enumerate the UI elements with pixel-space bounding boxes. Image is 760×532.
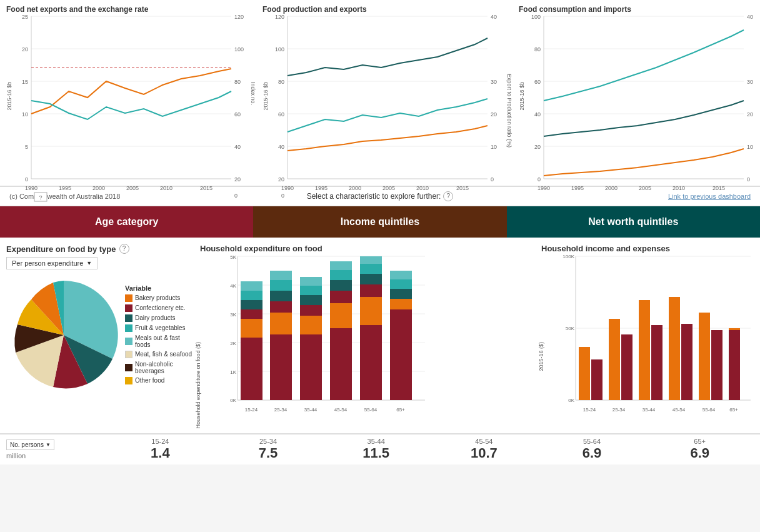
svg-text:15-24: 15-24 — [245, 407, 258, 413]
svg-text:0: 0 — [25, 176, 28, 183]
pie-chart — [6, 274, 122, 396]
svg-text:1990: 1990 — [25, 185, 38, 191]
legend-item-other: Other food — [125, 377, 194, 384]
svg-text:3K: 3K — [230, 312, 236, 318]
expenditure-dropdown[interactable]: Per person expenditure ▼ — [6, 257, 98, 269]
svg-text:80: 80 — [234, 79, 241, 85]
svg-rect-130 — [360, 264, 382, 274]
svg-text:60: 60 — [278, 111, 284, 118]
footer-val-2: 7.5 — [214, 445, 322, 461]
footer-persons-dropdown[interactable]: No. persons ▼ — [6, 439, 54, 450]
svg-rect-103 — [270, 280, 292, 291]
svg-rect-115 — [300, 356, 322, 378]
svg-rect-162 — [681, 324, 692, 400]
fruit-color — [125, 324, 132, 332]
category-buttons: Age category Income quintiles Net worth … — [0, 206, 760, 238]
svg-rect-137 — [390, 299, 412, 309]
svg-rect-164 — [699, 313, 710, 400]
svg-text:0: 0 — [491, 176, 494, 183]
svg-rect-158 — [639, 300, 650, 400]
svg-text:55-64: 55-64 — [364, 407, 378, 413]
meals-color — [125, 338, 132, 345]
expenditure-question-icon[interactable]: ? — [119, 244, 129, 254]
svg-rect-122 — [330, 261, 352, 270]
svg-text:65+: 65+ — [729, 407, 738, 413]
svg-rect-152 — [579, 347, 590, 400]
svg-text:2005: 2005 — [126, 185, 139, 191]
svg-rect-132 — [360, 325, 382, 347]
chart1-yaxis-right: Index no. — [250, 82, 256, 105]
footer-cat-label-4: 45-54 — [430, 438, 538, 445]
svg-text:2010: 2010 — [416, 185, 429, 191]
household-expenditure-panel: Household expenditure on food Household … — [200, 244, 535, 427]
svg-text:45-54: 45-54 — [334, 407, 348, 413]
net-worth-quintiles-button[interactable]: Net worth quintiles — [507, 206, 760, 238]
svg-text:20: 20 — [22, 46, 28, 53]
svg-text:100: 100 — [275, 46, 284, 53]
chart3-svg: 100 80 60 40 20 0 40 30 20 10 0 1990 — [544, 16, 744, 179]
confectionery-color — [125, 304, 132, 312]
chart1-title: Food net exports and the exchange rate — [6, 5, 256, 14]
chart1-panel: Food net exports and the exchange rate 2… — [6, 5, 256, 181]
legend-item-bakery: Bakery products — [125, 294, 194, 302]
svg-rect-101 — [270, 301, 292, 313]
bakery-color — [125, 294, 132, 302]
svg-rect-110 — [300, 305, 322, 316]
household-yaxis-label: Household expenditure on food ($) — [195, 342, 201, 429]
svg-rect-102 — [270, 291, 292, 301]
svg-text:40: 40 — [534, 111, 541, 118]
age-category-button[interactable]: Age category — [0, 206, 253, 238]
svg-text:100: 100 — [234, 46, 244, 53]
svg-text:25-34: 25-34 — [612, 407, 626, 413]
svg-text:0: 0 — [281, 193, 284, 199]
svg-rect-129 — [360, 274, 382, 284]
footer-cat-label-6: 65+ — [646, 438, 754, 445]
footer-cell-1524: 15-24 1.4 — [106, 438, 214, 461]
footer-val-3: 11.5 — [322, 445, 430, 461]
svg-text:40: 40 — [491, 14, 497, 20]
svg-text:2K: 2K — [230, 341, 236, 346]
other-color — [125, 377, 132, 384]
svg-text:20: 20 — [747, 111, 753, 118]
svg-rect-133 — [360, 347, 382, 372]
svg-text:1990: 1990 — [281, 185, 294, 191]
copyright-text: (c) Commonwealth of Australia 2018 — [9, 193, 307, 200]
svg-text:65+: 65+ — [396, 407, 405, 413]
legend-item-confectionery: Confectionery etc. — [125, 304, 194, 312]
footer-cat-label-2: 25-34 — [214, 438, 322, 445]
chart1-yaxis-left: 2015-16 $b — [6, 82, 12, 111]
svg-rect-155 — [609, 319, 620, 400]
svg-rect-124 — [330, 350, 352, 372]
svg-text:20: 20 — [534, 144, 541, 150]
footer-val-1: 1.4 — [106, 445, 214, 461]
expenditure-title-row: Expenditure on food by type ? — [6, 244, 194, 254]
chart2-svg: 120 100 80 60 40 20 0 40 30 20 10 0 — [288, 16, 488, 179]
meat-color — [125, 351, 132, 358]
income-quintiles-button[interactable]: Income quintiles — [253, 206, 506, 238]
svg-text:45-54: 45-54 — [672, 407, 686, 413]
svg-text:10: 10 — [22, 111, 28, 118]
svg-text:120: 120 — [234, 14, 244, 20]
svg-rect-98 — [241, 378, 262, 400]
svg-rect-143 — [390, 375, 412, 400]
svg-text:10: 10 — [491, 144, 497, 150]
svg-rect-134 — [360, 372, 382, 400]
svg-rect-161 — [669, 297, 680, 400]
footer-cell-5564: 55-64 6.9 — [538, 438, 646, 461]
legend-item-meat: Meat, fish & seafood — [125, 351, 194, 358]
svg-text:2015: 2015 — [200, 185, 212, 191]
question-mark-icon[interactable]: ? — [443, 191, 453, 201]
chart2-yaxis-left: 2015-16 $b — [262, 82, 269, 111]
svg-text:30: 30 — [747, 79, 753, 85]
chart2-yaxis-right: Export to Production ratio (%) — [506, 74, 512, 148]
expenditure-panel: Expenditure on food by type ? Per person… — [6, 244, 194, 427]
income-yaxis-label: 2015-16 ($) — [538, 342, 544, 371]
footer-dropdown-arrow: ▼ — [46, 442, 51, 448]
chart2-title: Food production and exports — [262, 5, 512, 14]
svg-rect-118 — [330, 303, 352, 328]
svg-rect-105 — [270, 334, 292, 356]
svg-rect-113 — [300, 277, 322, 286]
prev-link[interactable]: Link to previous dashboard — [668, 193, 751, 200]
svg-text:25-34: 25-34 — [274, 407, 288, 413]
legend-item-meals: Meals out & fast foods — [125, 334, 194, 348]
